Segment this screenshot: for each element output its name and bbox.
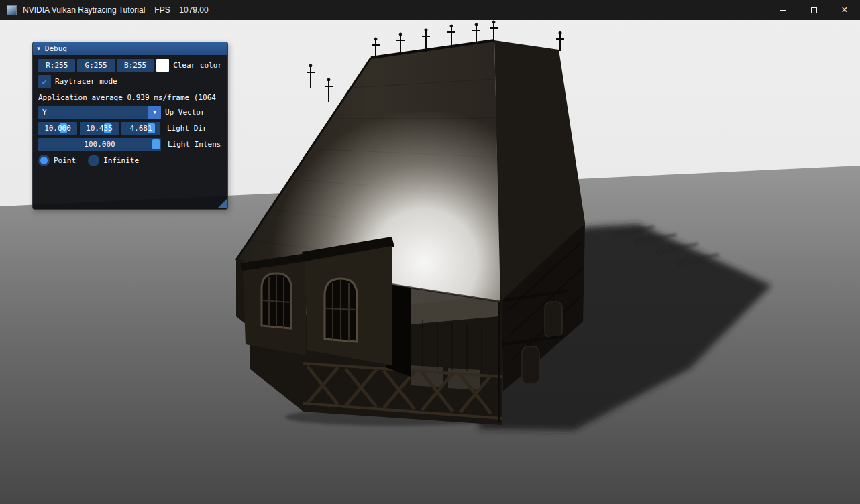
debug-panel-titlebar[interactable]: ▼ Debug <box>33 42 227 55</box>
resize-grip[interactable] <box>217 199 227 208</box>
light-dir-x-value: 10.000 <box>44 124 71 133</box>
stats-text: Application average 0.939 ms/frame (1064 <box>38 91 222 104</box>
light-type-point-radio[interactable] <box>38 155 50 166</box>
chevron-down-icon: ▼ <box>153 110 156 115</box>
debug-panel[interactable]: ▼ Debug R:255 G:255 B:255 Clear color ✓ … <box>32 42 228 210</box>
up-vector-value: Y <box>42 108 47 117</box>
light-type-point-label: Point <box>54 156 76 165</box>
dormer-center <box>302 237 394 365</box>
clear-color-g-button[interactable]: G:255 <box>77 59 114 72</box>
clear-color-label: Clear color <box>173 61 222 70</box>
debug-panel-body: R:255 G:255 B:255 Clear color ✓ Raytrace… <box>33 55 227 170</box>
raytracer-mode-label: Raytracer mode <box>55 77 117 86</box>
app-icon <box>7 5 17 15</box>
clear-color-r-button[interactable]: R:255 <box>38 59 75 72</box>
light-type-infinite-label: Infinite <box>103 156 139 165</box>
dormer-left <box>240 253 309 355</box>
window-title: NVIDIA Vulkan Raytracing Tutorial <box>23 5 145 15</box>
collapse-arrow-icon[interactable]: ▼ <box>37 46 40 52</box>
checkmark-icon: ✓ <box>42 76 47 87</box>
light-dir-label: Light Dir <box>167 124 207 133</box>
slider-grab[interactable] <box>152 139 160 149</box>
clear-color-swatch[interactable] <box>156 59 169 72</box>
light-intensity-slider[interactable]: 100.000 <box>38 138 161 151</box>
combo-arrow-button[interactable]: ▼ <box>148 106 161 119</box>
maximize-button[interactable] <box>798 0 829 20</box>
clear-color-b-button[interactable]: B:255 <box>117 59 154 72</box>
up-vector-label: Up Vector <box>165 108 205 117</box>
light-dir-z-value: 4.681 <box>129 124 152 133</box>
window-titlebar[interactable]: NVIDIA Vulkan Raytracing Tutorial FPS = … <box>0 0 860 20</box>
light-intensity-label: Light Intens <box>168 140 221 149</box>
close-icon: × <box>841 5 847 15</box>
raytracer-mode-checkbox[interactable]: ✓ <box>38 75 51 88</box>
close-button[interactable]: × <box>829 0 860 20</box>
up-vector-combo[interactable]: Y ▼ <box>38 106 161 119</box>
minimize-icon <box>780 10 786 11</box>
light-dir-y-slider[interactable]: 10.435 <box>80 122 119 135</box>
light-dir-z-slider[interactable]: 4.681 <box>121 122 160 135</box>
light-dir-y-value: 10.435 <box>86 124 113 133</box>
light-dir-x-slider[interactable]: 10.000 <box>38 122 77 135</box>
fps-counter: FPS = 1079.00 <box>154 5 208 15</box>
minimize-button[interactable] <box>767 0 798 20</box>
light-intensity-value: 100.000 <box>84 140 115 149</box>
light-type-infinite-radio[interactable] <box>88 155 99 166</box>
window-controls: × <box>767 0 860 20</box>
maximize-icon <box>811 7 817 13</box>
debug-panel-title: Debug <box>45 44 67 53</box>
